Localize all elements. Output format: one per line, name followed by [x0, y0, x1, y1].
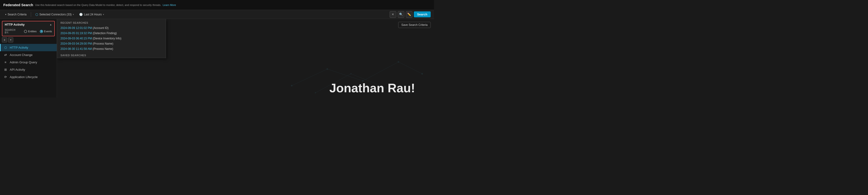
close-icon: ✕: [392, 12, 394, 16]
add-btn-row: + ▾: [0, 37, 57, 44]
svg-point-12: [350, 73, 351, 74]
sidebar: HTTP Activity ▲ SEARCH BY: Entities Even…: [0, 19, 57, 98]
search-by-row: SEARCH BY: Entities Events: [2, 28, 54, 36]
plus-icon: +: [4, 38, 5, 42]
time-range-button[interactable]: 🕐 Last 24 Hours ▾: [77, 12, 106, 17]
svg-point-6: [291, 85, 292, 86]
search-by-label: SEARCH BY:: [5, 29, 20, 34]
events-radio[interactable]: [40, 30, 43, 33]
sidebar-item-api-activity[interactable]: ⊞ API Activity: [0, 66, 57, 73]
saved-searches-title: SAVED SEARCHES: [57, 52, 166, 58]
clock-icon: 🕐: [79, 13, 83, 16]
add-dropdown-button[interactable]: ▾: [8, 37, 13, 42]
svg-line-0: [292, 69, 327, 86]
entities-radio-label[interactable]: Entities: [24, 30, 36, 33]
clear-button[interactable]: ✕: [390, 11, 396, 18]
sidebar-item-admin-group-query[interactable]: ≡ Admin Group Query: [0, 59, 57, 66]
connector-icon: ⬡: [35, 12, 38, 17]
svg-line-3: [398, 62, 422, 74]
recent-search-item-4[interactable]: 2024-08-30 11:41:58 AM (Process Name): [57, 46, 166, 52]
app-description: Use this federated search based on the Q…: [35, 4, 431, 6]
admin-group-icon: ≡: [4, 61, 7, 64]
dropdown-panel: RECENT SEARCHES 2024-09-09 12:01:02 PM (…: [57, 19, 166, 58]
edit-button[interactable]: ✏️: [406, 11, 412, 18]
learn-more-link[interactable]: Learn More: [163, 4, 176, 6]
selected-connectors-button[interactable]: ⬡ Selected Connectors (33) ▾: [33, 12, 76, 17]
application-lifecycle-icon: ⟳: [4, 75, 7, 79]
search-button[interactable]: Search: [414, 11, 431, 17]
svg-line-2: [363, 62, 398, 81]
pencil-icon: ✏️: [407, 12, 411, 16]
recent-search-item-0[interactable]: 2024-09-09 12:01:02 PM (Account ID): [57, 25, 166, 31]
chevron-down-icon: ▾: [5, 13, 6, 15]
search-type-dropdown[interactable]: HTTP Activity ▲: [2, 21, 54, 28]
sidebar-item-http-activity[interactable]: ⬡ HTTP Activity: [0, 44, 57, 51]
entities-radio[interactable]: [24, 30, 27, 33]
events-radio-label[interactable]: Events: [40, 30, 52, 33]
header-bar: Federated Search Use this federated sear…: [0, 0, 434, 10]
http-activity-icon: ⬡: [4, 46, 7, 50]
svg-point-10: [422, 73, 423, 74]
zoom-button[interactable]: 🔍: [398, 11, 404, 18]
add-button[interactable]: +: [2, 37, 7, 42]
recent-searches-title: RECENT SEARCHES: [57, 19, 166, 25]
account-change-icon: ⇄: [4, 53, 7, 57]
magnify-icon: 🔍: [399, 12, 403, 16]
toolbar: ▾ Search Criteria ⬡ Selected Connectors …: [0, 10, 434, 19]
content-area: RECENT SEARCHES 2024-09-09 12:01:02 PM (…: [57, 19, 434, 98]
main-area: HTTP Activity ▲ SEARCH BY: Entities Even…: [0, 19, 434, 98]
svg-line-1: [327, 69, 363, 81]
chevron-up-icon: ▲: [50, 23, 52, 26]
radio-selected-dot: [41, 31, 42, 32]
search-criteria-toggle[interactable]: ▾ Search Criteria: [3, 12, 28, 17]
sidebar-item-application-lifecycle[interactable]: ⟳ Application Lifecycle: [0, 73, 57, 80]
search-type-box: HTTP Activity ▲ SEARCH BY: Entities Even…: [2, 21, 55, 36]
search-type-label: HTTP Activity: [5, 23, 25, 26]
jonathan-text: Jonathan Rau!: [330, 81, 415, 95]
recent-search-item-2[interactable]: 2024-09-03 06:40:15 PM (Device Inventory…: [57, 36, 166, 41]
sidebar-item-account-change[interactable]: ⇄ Account Change: [0, 51, 57, 59]
svg-point-7: [327, 68, 328, 70]
app-title: Federated Search: [3, 3, 33, 7]
save-search-criteria-button[interactable]: Save Search Criteria: [398, 22, 431, 28]
recent-search-item-3[interactable]: 2024-09-03 04:29:00 PM (Process Name): [57, 41, 166, 46]
chevron-down-icon: ▾: [103, 13, 104, 15]
toolbar-divider-1: [31, 12, 31, 17]
chevron-down-icon: ▾: [10, 39, 11, 41]
chevron-down-icon: ▾: [73, 13, 74, 15]
svg-point-9: [398, 61, 399, 63]
svg-point-11: [315, 92, 316, 93]
api-activity-icon: ⊞: [4, 68, 7, 71]
recent-search-item-1[interactable]: 2024-09-05 01:19:32 PM (Detection Findin…: [57, 31, 166, 36]
